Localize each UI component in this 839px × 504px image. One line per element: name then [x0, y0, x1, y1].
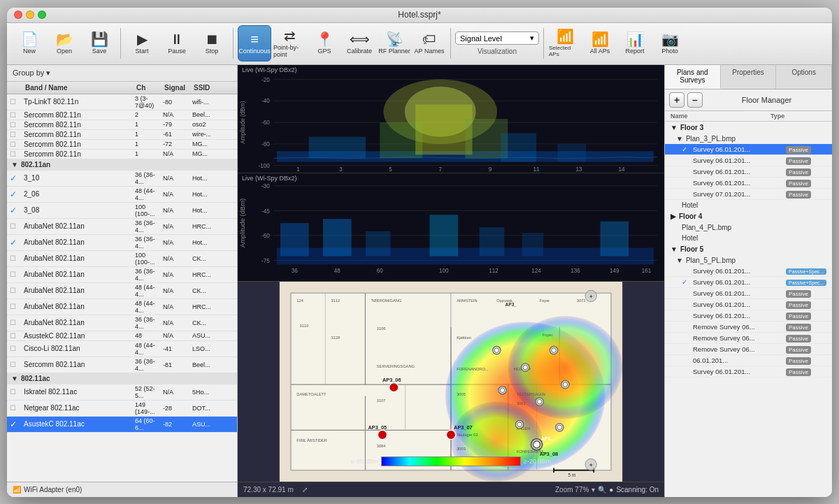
svg-text:-75: -75 [261, 257, 270, 264]
tree-item-f5-5[interactable]: Survey 06.01.201... Passive [665, 310, 832, 322]
open-button[interactable]: 📂 Open [48, 25, 81, 62]
floor-add-button[interactable]: + [669, 92, 684, 108]
tree-item-survey-4[interactable]: Survey 06.01.201... Passive [665, 178, 832, 189]
tree-item-f5-2[interactable]: ✓ Survey 06.01.201... Passive+Spec... [665, 277, 832, 288]
tree-section-floor3[interactable]: ▼ Floor 3 [665, 122, 832, 134]
photo-icon: 📷 [661, 32, 679, 46]
tree-plan5[interactable]: ▼ Plan_5_PL.bmp [665, 255, 832, 266]
start-button[interactable]: ▶ Start [125, 25, 159, 62]
chart1-container: Live (Wi-Spy DBx2) -20 -40 -60 -80 -10 [238, 65, 664, 173]
group-by-bar[interactable]: Group by ▾ [7, 65, 237, 82]
stop-button[interactable]: ⏹ Stop [195, 25, 229, 62]
left-panel: Group by ▾ Band / Name Ch Signal SSID ☐ … [7, 65, 238, 497]
tree-plan4[interactable]: Plan_4_PL.bmp [665, 222, 832, 233]
svg-text:3110: 3110 [299, 324, 308, 328]
check-icon: ✓ [10, 173, 17, 183]
tree-item-f5-4[interactable]: Survey 06.01.201... Passive [665, 299, 832, 310]
tab-options[interactable]: Options [776, 65, 832, 89]
svg-text:1: 1 [296, 166, 300, 172]
tree-item-f5-9[interactable]: 06.01.201... Passive [665, 355, 832, 366]
network-row[interactable]: ☐ ArubaNet 802.11an 36 (36-4... N/A HRC.… [7, 267, 237, 283]
new-button[interactable]: 📄 New [13, 25, 46, 62]
rf-planner-button[interactable]: 📡 RF Planner [378, 25, 411, 62]
svg-point-112 [500, 387, 505, 392]
bottom-bar: 72.30 x 72.91 m ⤢ Zoom 77% ▾ 🔍 ● Scannin… [238, 482, 664, 497]
network-row[interactable]: ☐ Sercomm 802.11an 36 (36-4... -81 Beel.… [7, 357, 237, 373]
tree-item-f5-6[interactable]: Remove Survey 06... Passive [665, 322, 832, 333]
ap-names-button[interactable]: 🏷 AP Names [413, 25, 446, 62]
tree-hotel-4[interactable]: Hotel [665, 233, 832, 243]
continuous-button[interactable]: ≡ Continuous [238, 25, 271, 62]
network-row[interactable]: ✓ 2_06 48 (44-4... N/A Hot... [7, 187, 237, 203]
tree-item-f5-10[interactable]: Survey 06.01.201... Passive [665, 366, 832, 377]
network-row[interactable]: ☐ ArubaNet 802.11an 100 (100-... N/A CK.… [7, 251, 237, 267]
tree-subsection-plan3[interactable]: ▼ Plan_3_PL.bmp [665, 134, 832, 144]
save-button[interactable]: 💾 Save [83, 25, 116, 62]
close-button[interactable] [14, 10, 22, 19]
network-row[interactable]: ☐ Sercomm 802.11n 1 -79 oso2 [7, 120, 237, 130]
floor-plan-area[interactable]: 124 3112 TØRROM/GANG 3128 3110 SERVERING… [238, 282, 664, 482]
network-row[interactable]: ✓ 3_10 36 (36-4... N/A Hot... [7, 171, 237, 187]
svg-text:Foyer: Foyer [540, 298, 550, 302]
table-header: Band / Name Ch Signal SSID [7, 82, 237, 94]
network-row[interactable]: ☐ Sercomm 802.11n 1 -61 wire-... [7, 130, 237, 140]
tree-section-floor4[interactable]: ▶ Floor 4 [665, 210, 832, 222]
tree-section-floor5[interactable]: ▼ Floor 5 [665, 243, 832, 255]
svg-point-70 [451, 401, 543, 481]
tree-item-survey-5[interactable]: Survey 07.01.201... Passive [665, 189, 832, 200]
network-row[interactable]: ☐ ArubaNet 802.11an 36 (36-4... N/A HRC.… [7, 219, 237, 235]
network-row[interactable]: ☐ ArubaNet 802.11an 48 (44-4... N/A HRC.… [7, 299, 237, 315]
svg-rect-48 [323, 219, 352, 256]
tree-item-survey-3[interactable]: Survey 06.01.201... Passive [665, 166, 832, 178]
report-button[interactable]: 📊 Report [618, 25, 652, 62]
network-row[interactable]: ☐ AsustekC 802.11an 48 N/A ASU... [7, 331, 237, 341]
svg-text:-60: -60 [261, 120, 270, 126]
svg-text:7: 7 [438, 166, 442, 172]
network-row[interactable]: ☐ Sercomm 802.11n 1 N/A MG... [7, 150, 237, 159]
network-row[interactable]: ✓ ArubaNet 802.11an 36 (36-4... N/A Hot.… [7, 235, 237, 251]
section-header-802.11ac: ▼ 802.11ac [7, 373, 237, 384]
tab-properties[interactable]: Properties [721, 65, 777, 89]
tab-plans-surveys[interactable]: Plans and Surveys [665, 65, 721, 89]
network-row[interactable]: ☐ Sercomm 802.11n 2 N/A Beel... [7, 110, 237, 120]
tree-item-f5-7[interactable]: Remove Survey 06... Passive [665, 333, 832, 344]
network-row[interactable]: ☐ ArubaNet 802.11an 36 (36-4... N/A CK..… [7, 315, 237, 331]
dimensions-text: 72.30 x 72.91 m [243, 486, 294, 494]
network-row[interactable]: ☐ Netgear 802.11ac 149 (149-... -28 DOT.… [7, 401, 237, 417]
chevron-down-icon: ▼ [671, 124, 677, 131]
open-icon: 📂 [56, 32, 73, 46]
tree-item-survey-2[interactable]: Survey 06.01.201... Passive [665, 155, 832, 166]
svg-text:112: 112 [489, 266, 499, 274]
uncheck-icon: ☐ [10, 222, 16, 230]
svg-text:11: 11 [533, 166, 539, 172]
tree-hotel-3[interactable]: Hotel [665, 200, 832, 210]
maximize-button[interactable] [38, 10, 46, 19]
pause-button[interactable]: ⏸ Pause [160, 25, 194, 62]
gps-button[interactable]: 📍 GPS [308, 25, 341, 62]
network-row[interactable]: ✓ AsustekC 802.11ac 64 (60-6... -82 ASU.… [7, 417, 237, 433]
calibrate-icon: ⟺ [350, 32, 370, 46]
calibrate-button[interactable]: ⟺ Calibrate [343, 25, 376, 62]
floor-remove-button[interactable]: – [687, 92, 703, 108]
tree-item-f5-8[interactable]: Remove Survey 06... Passive [665, 344, 832, 355]
network-row[interactable]: ☐ Cisco-Li 802.11an 48 (44-4... -41 LSO.… [7, 341, 237, 357]
tree-item-f5-1[interactable]: Survey 06.01.201... Passive+Spec... [665, 266, 832, 277]
network-row[interactable]: ✓ 3_08 100 (100-... N/A Hot... [7, 203, 237, 219]
all-aps-button[interactable]: 📶 All APs [583, 25, 617, 62]
tree-item-survey-1[interactable]: ✓ Survey 06.01.201... Passive [665, 144, 832, 155]
point-by-point-icon: ⇄ [284, 29, 296, 43]
signal-level-select[interactable]: Signal Level ▾ [455, 31, 539, 45]
zoom-dropdown-icon[interactable]: ▾ [591, 486, 595, 494]
photo-button[interactable]: 📷 Photo [653, 25, 687, 62]
network-row[interactable]: ☐ Iskratel 802.11ac 52 (52-5... N/A 5Ho.… [7, 384, 237, 401]
check-icon: ✓ [10, 238, 17, 247]
tree-item-f5-3[interactable]: Survey 06.01.201... Passive [665, 288, 832, 299]
minimize-button[interactable] [26, 10, 34, 19]
network-row[interactable]: ☐ ArubaNet 802.11an 48 (44-4... N/A CK..… [7, 283, 237, 299]
network-row[interactable]: ☐ Sercomm 802.11n 1 -72 MG... [7, 140, 237, 150]
svg-text:124: 124 [531, 266, 541, 274]
window-controls [14, 10, 46, 19]
selected-aps-button[interactable]: 📶 Selected APs [548, 25, 582, 62]
point-by-point-button[interactable]: ⇄ Point-by-point [273, 25, 306, 62]
network-row[interactable]: ☐ Tp-LinkT 802.11n 3 (3-7@40) -80 wifi-.… [7, 94, 237, 110]
